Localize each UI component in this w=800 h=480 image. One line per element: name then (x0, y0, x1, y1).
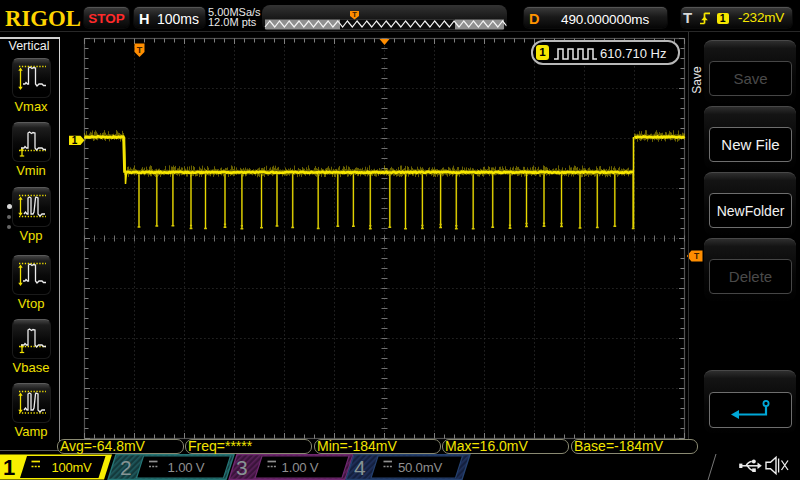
svg-text:1: 1 (3, 455, 15, 480)
svg-text:T: T (352, 10, 357, 19)
svg-text:2: 2 (120, 456, 132, 479)
svg-text:50.0mV: 50.0mV (398, 460, 443, 475)
svg-text:4: 4 (354, 456, 366, 479)
svg-text:3: 3 (236, 456, 248, 479)
svg-text:100mV: 100mV (51, 460, 92, 475)
svg-text:1: 1 (72, 135, 78, 146)
svg-text:T: T (694, 251, 700, 261)
svg-text:T: T (137, 45, 143, 55)
svg-text:1.00 V: 1.00 V (168, 460, 205, 475)
svg-text:1.00 V: 1.00 V (282, 460, 319, 475)
